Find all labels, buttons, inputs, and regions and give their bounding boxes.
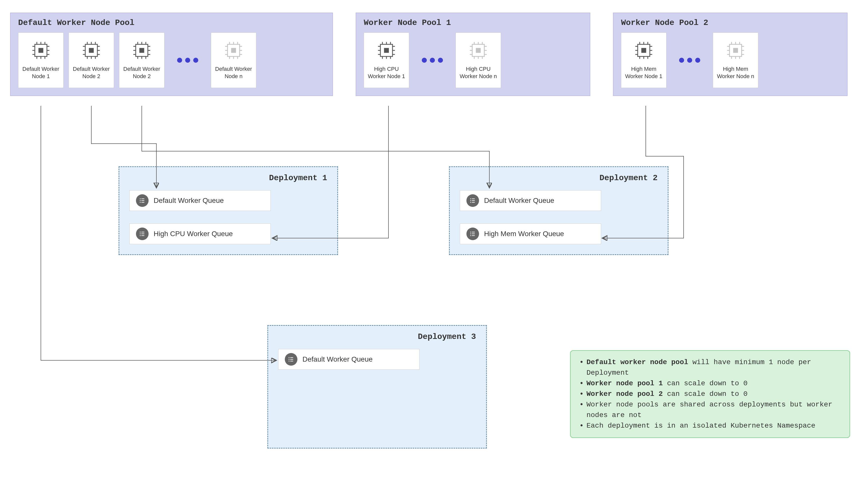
worker-node: High Mem Worker Node n [713,33,758,88]
queue-label: Default Worker Queue [154,197,224,205]
svg-rect-133 [472,234,475,234]
pool-nodes: High CPU Worker Node 1 High CPU Worker N… [364,33,582,88]
pool-title: Default Worker Node Pool [18,18,325,28]
worker-node-pool-1: Worker Node Pool 1 High CPU Worker Node … [356,12,590,96]
worker-queue: Default Worker Queue [278,349,420,370]
ellipsis-icon [169,58,206,63]
cpu-chip-icon [376,40,397,61]
svg-rect-113 [142,199,145,199]
svg-point-138 [288,359,289,360]
svg-rect-43 [231,48,236,53]
worker-queue: Default Worker Queue [460,190,601,211]
worker-node: Default Worker Node n [211,33,256,88]
worker-queue: Default Worker Queue [129,190,271,211]
note-item: Worker node pools are shared across depl… [580,399,841,420]
notes-list: Default worker node pool will have minim… [580,357,841,431]
deployment-title: Deployment 2 [460,173,658,183]
svg-rect-131 [472,232,475,232]
svg-point-128 [470,202,471,203]
svg-rect-121 [142,234,145,234]
svg-point-132 [470,233,471,234]
svg-rect-119 [142,232,145,232]
svg-point-122 [140,235,141,236]
list-icon [466,194,479,207]
pool-nodes: High Mem Worker Node 1 High Mem Worker N… [621,33,839,88]
worker-node: Default Worker Node 2 [69,33,114,88]
deployment-2: Deployment 2 Default Worker Queue High M… [449,166,669,255]
svg-point-118 [140,232,141,233]
deployment-title: Deployment 3 [278,332,476,341]
pool-title: Worker Node Pool 2 [621,18,839,28]
worker-queue: High CPU Worker Queue [129,224,271,244]
svg-rect-127 [472,200,475,201]
pool-nodes: Default Worker Node 1 Default Worker Nod… [18,33,325,88]
ellipsis-icon [672,58,708,63]
svg-point-130 [470,232,471,233]
svg-rect-141 [290,361,293,361]
default-worker-node-pool: Default Worker Node Pool Default Worker … [10,12,333,96]
notes-box: Default worker node pool will have minim… [570,350,850,438]
node-label: High CPU Worker Node 1 [367,66,406,80]
svg-rect-125 [472,199,475,199]
node-label: Default Worker Node 2 [71,66,111,80]
queue-label: High Mem Worker Queue [484,230,564,238]
worker-node-pool-2: Worker Node Pool 2 High Mem Worker Node … [613,12,847,96]
worker-node: Default Worker Node 1 [18,33,64,88]
cpu-chip-icon [132,40,152,61]
svg-rect-117 [142,202,145,203]
svg-point-126 [470,200,471,201]
cpu-chip-icon [634,40,654,61]
list-icon [136,194,149,207]
node-label: Default Worker Node n [214,66,253,80]
pool-title: Worker Node Pool 1 [364,18,582,28]
cpu-chip-icon [468,40,488,61]
list-icon [136,228,149,240]
svg-point-140 [288,361,289,362]
node-label: High Mem Worker Node n [716,66,755,80]
note-item: Default worker node pool will have minim… [580,357,841,378]
svg-point-134 [470,235,471,236]
svg-rect-57 [384,48,389,53]
worker-node: Default Worker Node 2 [119,33,164,88]
ellipsis-icon [414,58,451,63]
svg-rect-1 [38,48,43,53]
svg-rect-139 [290,359,293,360]
svg-rect-85 [641,48,646,53]
worker-queue: High Mem Worker Queue [460,224,601,244]
node-label: Default Worker Node 1 [21,66,61,80]
note-item: Worker node pool 1 can scale down to 0 [580,378,841,389]
cpu-chip-icon [81,40,101,61]
deployment-1: Deployment 1 Default Worker Queue High C… [119,166,338,255]
note-item: Worker node pool 2 can scale down to 0 [580,389,841,399]
node-label: High Mem Worker Node 1 [624,66,664,80]
node-label: Default Worker Node 2 [122,66,162,80]
note-item: Each deployment is in an isolated Kubern… [580,420,841,431]
cpu-chip-icon [31,40,51,61]
svg-rect-15 [89,48,94,53]
svg-rect-115 [142,200,145,201]
svg-point-114 [140,200,141,201]
cpu-chip-icon [223,40,244,61]
svg-point-136 [288,357,289,358]
svg-rect-135 [472,235,475,236]
svg-rect-99 [733,48,738,53]
svg-point-124 [470,198,471,199]
svg-point-120 [140,233,141,234]
worker-node: High CPU Worker Node 1 [364,33,409,88]
svg-rect-137 [290,357,293,358]
svg-rect-29 [139,48,144,53]
queue-label: Default Worker Queue [484,197,554,205]
svg-point-112 [140,198,141,199]
svg-rect-123 [142,235,145,236]
deployment-title: Deployment 1 [129,173,327,183]
svg-rect-129 [472,202,475,203]
cpu-chip-icon [725,40,746,61]
worker-node: High Mem Worker Node 1 [621,33,666,88]
node-label: High CPU Worker Node n [458,66,498,80]
worker-node: High CPU Worker Node n [456,33,501,88]
deployment-3: Deployment 3 Default Worker Queue [268,325,487,448]
list-icon [285,353,298,366]
list-icon [466,228,479,240]
queue-label: High CPU Worker Queue [154,230,233,238]
svg-rect-71 [476,48,480,53]
